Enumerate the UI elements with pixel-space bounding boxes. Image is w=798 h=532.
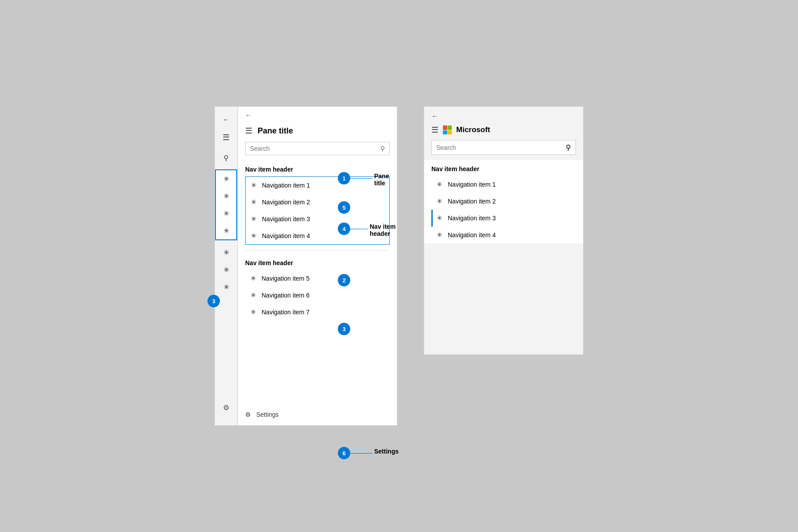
- nav-group-box: ✳ Navigation item 1 ✳ Navigation item 2 …: [245, 176, 390, 245]
- nav-item-6-icon: ✳: [250, 291, 256, 299]
- rp-back-icon: ←: [431, 112, 438, 120]
- nav-icon-item-2[interactable]: ✳: [216, 188, 236, 205]
- pane-back-button[interactable]: ←: [238, 107, 397, 123]
- nav-item-4-icon: ✳: [251, 232, 257, 240]
- annot-line-6: [350, 453, 372, 454]
- nav-item-4-label: Navigation item 4: [262, 232, 310, 239]
- rp-nav-icon-2: ✳: [437, 197, 442, 205]
- pane-header: ☰ Pane title: [238, 123, 397, 142]
- rp-nav-label-4: Navigation item 4: [448, 231, 496, 239]
- rp-nav-icon-3: ✳: [437, 214, 442, 222]
- collapsed-settings-icon: ⚙: [223, 403, 229, 412]
- pane-search-box[interactable]: ⚲: [245, 142, 390, 155]
- rp-header: ☰ Microsoft: [424, 122, 583, 140]
- nav-item-7-label: Navigation item 7: [262, 309, 309, 316]
- nav-item-3-icon: ✳: [251, 215, 257, 223]
- nav-icon-2: ✳: [223, 192, 229, 200]
- nav-item-5-icon: ✳: [250, 274, 256, 282]
- nav-item-4[interactable]: ✳ Navigation item 4: [246, 227, 389, 244]
- expanded-pane: ← ☰ Pane title ⚲ Nav item header ✳ Navig…: [238, 106, 397, 426]
- rp-back-button[interactable]: ←: [424, 107, 583, 122]
- left-section: ← ☰ ⚲ ✳ ✳ ✳ ✳: [215, 106, 397, 426]
- ms-logo-red: [443, 125, 447, 130]
- annot-label-6: Settings: [374, 448, 399, 455]
- collapsed-search-button[interactable]: ⚲: [215, 149, 237, 169]
- rp-brand-name: Microsoft: [456, 125, 490, 134]
- rp-nav-item-1[interactable]: ✳ Navigation item 1: [431, 176, 576, 193]
- nav-icon-5: ✳: [223, 248, 229, 257]
- ms-logo-blue: [443, 130, 447, 135]
- nav-item-6[interactable]: ✳ Navigation item 6: [245, 287, 390, 304]
- nav-icon-item-1[interactable]: ✳: [216, 170, 236, 188]
- right-panel: ← ☰ Microsoft ⚲ Nav item header ✳ Naviga…: [424, 106, 583, 355]
- pane-hamburger-icon[interactable]: ☰: [245, 126, 252, 136]
- rp-nav-section: Nav item header ✳ Navigation item 1 ✳ Na…: [424, 160, 583, 243]
- collapsed-settings-button[interactable]: ⚙: [215, 399, 237, 416]
- nav-icon-4: ✳: [223, 227, 229, 235]
- selected-icon-group: ✳ ✳ ✳ ✳: [215, 169, 237, 240]
- main-container: ← ☰ ⚲ ✳ ✳ ✳ ✳: [215, 106, 583, 426]
- rp-nav-label-3: Navigation item 3: [448, 215, 496, 222]
- microsoft-logo: [443, 125, 452, 134]
- nav-item-2-label: Navigation item 2: [262, 199, 310, 206]
- pane-search-input[interactable]: [250, 145, 377, 152]
- nav-section-2-header: Nav item header: [245, 254, 390, 270]
- rp-nav-icon-1: ✳: [437, 180, 442, 188]
- pane-title: Pane title: [258, 126, 293, 136]
- ms-logo-green: [448, 125, 452, 130]
- nav-divider: [245, 250, 390, 250]
- collapsed-hamburger-button[interactable]: ☰: [215, 128, 237, 149]
- nav-icon-7: ✳: [223, 283, 229, 291]
- rp-nav-icon-4: ✳: [437, 231, 442, 239]
- back-icon: ←: [223, 116, 230, 124]
- collapsed-search-icon: ⚲: [223, 154, 229, 162]
- hamburger-icon: ☰: [223, 133, 230, 142]
- rp-nav-section-header: Nav item header: [431, 160, 576, 176]
- rp-nav-item-3[interactable]: ✳ Navigation item 3: [431, 210, 576, 227]
- nav-icon-6: ✳: [223, 266, 229, 274]
- collapsed-back-button[interactable]: ←: [215, 111, 237, 128]
- nav-section-2: Nav item header ✳ Navigation item 5 ✳ Na…: [238, 254, 397, 321]
- collapsed-sidebar: ← ☰ ⚲ ✳ ✳ ✳ ✳: [215, 106, 238, 426]
- nav-item-1-icon: ✳: [251, 181, 257, 189]
- rp-hamburger-icon[interactable]: ☰: [431, 125, 438, 135]
- rp-search-input[interactable]: [436, 144, 562, 151]
- nav-icon-item-4[interactable]: ✳: [216, 222, 236, 239]
- rp-nav-label-2: Navigation item 2: [448, 198, 496, 205]
- nav-icon-item-7[interactable]: ✳: [215, 278, 237, 296]
- nav-item-5[interactable]: ✳ Navigation item 5: [245, 270, 390, 287]
- rp-nav-item-2[interactable]: ✳ Navigation item 2: [431, 193, 576, 210]
- rp-search-box[interactable]: ⚲: [431, 140, 576, 155]
- rp-nav-label-1: Navigation item 1: [448, 181, 496, 188]
- nav-item-1-label: Navigation item 1: [262, 182, 310, 189]
- nav-item-6-label: Navigation item 6: [262, 292, 309, 299]
- nav-item-3-label: Navigation item 3: [262, 215, 310, 223]
- nav-item-7-icon: ✳: [250, 308, 256, 316]
- nav-item-2[interactable]: ✳ Navigation item 2: [246, 194, 389, 211]
- pane-settings-icon: ⚙: [245, 411, 251, 418]
- nav-icon-3: ✳: [223, 209, 229, 218]
- nav-icon-1: ✳: [223, 175, 229, 183]
- nav-section-1: Nav item header ✳ Navigation item 1 ✳ Na…: [238, 160, 397, 246]
- pane-back-icon: ←: [245, 111, 252, 119]
- pane-settings-label: Settings: [256, 411, 279, 418]
- nav-item-2-icon: ✳: [251, 198, 257, 206]
- rp-nav-item-4[interactable]: ✳ Navigation item 4: [431, 227, 576, 243]
- ms-logo-yellow: [448, 130, 452, 135]
- nav-section-1-header: Nav item header: [245, 160, 390, 176]
- nav-icon-item-5[interactable]: ✳: [215, 244, 237, 261]
- pane-search-icon: ⚲: [380, 145, 385, 152]
- nav-item-7[interactable]: ✳ Navigation item 7: [245, 304, 390, 321]
- nav-icon-item-3[interactable]: ✳: [216, 205, 236, 222]
- nav-item-1[interactable]: ✳ Navigation item 1: [246, 177, 389, 194]
- rp-search-icon: ⚲: [566, 143, 571, 152]
- nav-icon-item-6[interactable]: ✳: [215, 261, 237, 278]
- pane-settings-button[interactable]: ⚙ Settings: [238, 404, 397, 425]
- nav-item-5-label: Navigation item 5: [262, 275, 309, 282]
- nav-item-3[interactable]: ✳ Navigation item 3: [246, 211, 389, 227]
- annotation-6: 6: [338, 447, 350, 459]
